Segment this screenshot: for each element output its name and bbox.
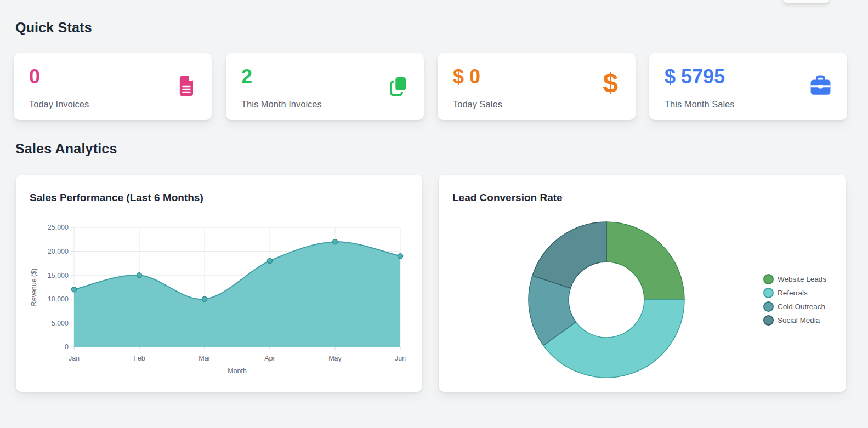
svg-text:Jan: Jan xyxy=(69,355,80,362)
stat-value: 2 xyxy=(241,66,252,88)
svg-text:Revenue ($): Revenue ($) xyxy=(30,269,38,306)
legend-item-cold-outreach[interactable]: Cold Outreach xyxy=(763,301,826,312)
svg-text:25,000: 25,000 xyxy=(48,224,69,231)
legend-label: Website Leads xyxy=(778,275,826,283)
stat-label: This Month Sales xyxy=(665,99,734,110)
copy-documents-icon xyxy=(388,75,409,99)
legend-item-social-media[interactable]: Social Media xyxy=(763,315,826,326)
svg-text:Apr: Apr xyxy=(264,355,275,362)
partial-top-right-button[interactable] xyxy=(783,0,829,3)
svg-text:Mar: Mar xyxy=(198,355,211,362)
quick-stats-heading: Quick Stats xyxy=(15,20,92,36)
svg-text:Feb: Feb xyxy=(133,355,145,362)
svg-text:0: 0 xyxy=(65,343,69,351)
svg-text:Month: Month xyxy=(228,367,247,375)
invoice-file-icon xyxy=(177,75,196,99)
stat-card-month-invoices: 2 This Month Invoices xyxy=(226,53,424,120)
svg-text:15,000: 15,000 xyxy=(48,272,69,279)
svg-text:10,000: 10,000 xyxy=(48,295,69,303)
svg-text:5,000: 5,000 xyxy=(52,319,69,327)
svg-text:May: May xyxy=(328,355,342,362)
stat-value: 0 xyxy=(29,66,40,88)
legend-label: Social Media xyxy=(778,316,820,324)
stat-value: $ 5795 xyxy=(665,66,725,88)
svg-text:20,000: 20,000 xyxy=(48,248,69,255)
dollar-icon: $ xyxy=(603,66,618,99)
stat-value: $ 0 xyxy=(453,66,480,88)
legend-item-website-leads[interactable]: Website Leads xyxy=(763,273,826,284)
stat-label: Today Invoices xyxy=(29,99,89,110)
sales-performance-area-chart: 05,00010,00015,00020,00025,000JanFebMarA… xyxy=(16,175,422,392)
lead-conversion-card: Lead Conversion Rate Website Leads Refer… xyxy=(439,175,846,392)
stat-label: Today Sales xyxy=(453,99,502,110)
legend-label: Cold Outreach xyxy=(778,303,825,311)
legend-marker xyxy=(763,315,774,326)
legend-label: Referrals xyxy=(778,289,808,297)
stat-card-today-sales: $ 0 Today Sales $ xyxy=(438,53,636,120)
sales-analytics-heading: Sales Analytics xyxy=(15,141,117,157)
legend-marker xyxy=(763,274,774,284)
stat-card-today-invoices: 0 Today Invoices xyxy=(14,53,212,120)
svg-text:Jun: Jun xyxy=(395,355,406,362)
donut-legend: Website Leads Referrals Cold Outreach So… xyxy=(763,273,826,326)
legend-marker xyxy=(763,288,774,298)
stat-card-month-sales: $ 5795 This Month Sales xyxy=(649,53,847,120)
legend-marker xyxy=(763,301,774,312)
stat-label: This Month Invoices xyxy=(241,99,322,110)
sales-performance-card: Sales Performance (Last 6 Months) 05,000… xyxy=(16,175,422,392)
briefcase-icon xyxy=(809,75,832,98)
legend-item-referrals[interactable]: Referrals xyxy=(763,287,826,298)
